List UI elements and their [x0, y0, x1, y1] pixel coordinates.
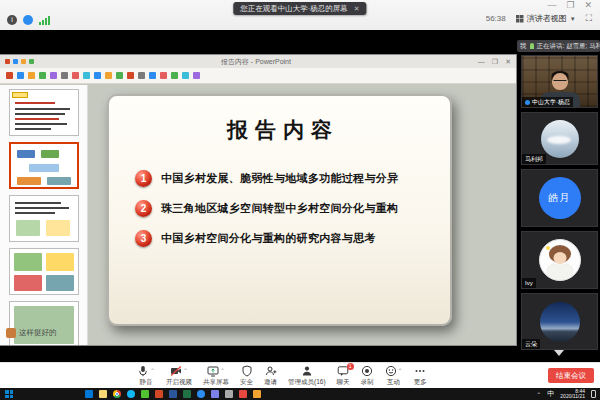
participant-tile[interactable]: Ivy [521, 231, 598, 289]
participant-name-badge: Ivy [522, 278, 536, 288]
ribbon-icon[interactable] [160, 72, 167, 79]
invite-button[interactable]: 邀请 [264, 365, 277, 387]
signal-bars-icon [39, 16, 50, 25]
ribbon-icon[interactable] [61, 72, 68, 79]
taskbar-browser-icon[interactable] [113, 390, 121, 398]
slide-title: 报告内容 [109, 116, 450, 144]
view-mode-button[interactable]: 演讲者视图 ▼ [516, 13, 576, 24]
taskbar-app-icon[interactable] [85, 390, 93, 398]
ribbon-icon[interactable] [105, 72, 112, 79]
chat-button[interactable]: 1 聊天 [337, 365, 350, 387]
minimize-icon[interactable]: — [547, 0, 556, 10]
action-center-icon[interactable] [591, 390, 596, 398]
close-banner-icon[interactable]: ✕ [354, 5, 360, 13]
more-button[interactable]: 更多 [414, 365, 427, 387]
invite-icon [265, 365, 277, 377]
ribbon-icon[interactable] [193, 72, 200, 79]
security-button[interactable]: 安全 [240, 365, 253, 387]
participant-name-badge: 马利邦 [522, 154, 546, 164]
ribbon-icon[interactable] [182, 72, 189, 79]
screen-share-banner: 您正在观看中山大学·杨忍的屏幕 ✕ [233, 2, 366, 15]
chevron-up-icon[interactable]: ⌃ [183, 368, 188, 374]
ppt-window-title: 报告内容 - PowerPoint [34, 57, 478, 67]
participant-name-badge: 云朵 [522, 339, 540, 349]
taskbar-clock[interactable]: 8:44 2020/11/21 [560, 389, 585, 400]
slide-thumbnail[interactable] [9, 195, 79, 242]
taskbar-app-icon[interactable] [197, 390, 205, 398]
participant-tile[interactable]: 云朵 [521, 293, 598, 350]
mute-button[interactable]: ⌃ 静音 [137, 365, 155, 387]
ribbon-icon[interactable] [116, 72, 123, 79]
taskbar-app-icon[interactable] [183, 390, 191, 398]
taskbar-app-icon[interactable] [155, 390, 163, 398]
start-video-button[interactable]: ⌃ 开启视频 [166, 365, 192, 387]
participant-video-main[interactable]: 中山大学·杨忍 [521, 55, 598, 108]
end-meeting-button[interactable]: 结束会议 [548, 368, 594, 383]
ppt-minimize-icon[interactable]: — [478, 58, 485, 66]
taskbar-app-icon[interactable] [211, 390, 219, 398]
participant-name: 马利邦 [525, 155, 543, 163]
meeting-toolbar: ⌃ 静音 ⌃ 开启视频 ⌃ 共享屏幕 安全 邀请 管理成员(16) [0, 362, 600, 388]
slide-item: 2 珠三角地区城乡空间转型中乡村空间分化与重构 [135, 200, 438, 217]
chevron-up-icon[interactable]: ⌃ [398, 368, 403, 374]
save-icon[interactable] [13, 59, 18, 64]
slide-editing-area: 报告内容 1 中国乡村发展、脆弱性与地域多功能过程与分异 2 珠三角地区城乡空间… [88, 85, 516, 345]
ribbon-icon[interactable] [72, 72, 79, 79]
taskbar-app-icon[interactable] [127, 390, 135, 398]
mic-icon [137, 365, 149, 377]
chevron-up-icon[interactable]: ⌃ [150, 368, 155, 374]
ribbon-icon[interactable] [39, 72, 46, 79]
manage-members-button[interactable]: 管理成员(16) [288, 365, 326, 387]
ime-indicator[interactable]: 中 [547, 389, 554, 399]
camera-off-icon [170, 365, 182, 377]
ribbon-icon[interactable] [28, 72, 35, 79]
slide-item-text: 中国乡村空间分化与重构的研究内容与思考 [161, 231, 376, 246]
taskbar-app-icon[interactable] [169, 390, 177, 398]
ribbon-icon[interactable] [83, 72, 90, 79]
start-button[interactable] [5, 390, 13, 398]
slide-item-list: 1 中国乡村发展、脆弱性与地域多功能过程与分异 2 珠三角地区城乡空间转型中乡村… [135, 170, 438, 260]
close-icon[interactable]: ✕ [584, 0, 592, 10]
slide-thumbnail[interactable] [9, 301, 79, 345]
avatar [540, 302, 580, 342]
ribbon-icon[interactable] [17, 72, 24, 79]
taskbar-folder-icon[interactable] [99, 390, 107, 398]
chevron-up-icon[interactable]: ⌃ [220, 368, 225, 374]
taskbar-app-icon[interactable] [141, 390, 149, 398]
numbered-sphere-bullet: 1 [135, 170, 152, 187]
status-indicators: i [7, 15, 50, 25]
ppt-maximize-icon[interactable]: ❐ [492, 58, 498, 66]
maximize-icon[interactable]: ❐ [566, 0, 574, 10]
slide-thumbnail-selected[interactable] [9, 142, 79, 189]
window-controls: — ❐ ✕ [547, 0, 592, 10]
ribbon-icon[interactable] [50, 72, 57, 79]
ribbon-icon[interactable] [6, 72, 13, 79]
ppt-close-icon[interactable]: ✕ [505, 58, 511, 66]
undo-icon[interactable] [21, 59, 26, 64]
connection-icon[interactable] [23, 15, 33, 25]
ribbon-icon[interactable] [138, 72, 145, 79]
ribbon-icon[interactable] [171, 72, 178, 79]
taskbar-app-icon[interactable] [225, 390, 233, 398]
ribbon-icon[interactable] [127, 72, 134, 79]
chat-message-popup[interactable]: 这样挺好的 [6, 328, 57, 338]
quick-access-toolbar [5, 59, 34, 64]
tray-expand-icon[interactable]: ⌃ [536, 391, 541, 398]
fullscreen-icon[interactable]: ⛶ [586, 13, 592, 24]
more-icon [414, 365, 426, 377]
reactions-button[interactable]: ⌃ 互动 [385, 365, 403, 387]
record-button[interactable]: 录制 [361, 365, 374, 387]
taskbar-app-icon[interactable] [239, 390, 247, 398]
ribbon-icon[interactable] [94, 72, 101, 79]
ppt-window-controls: — ❐ ✕ [478, 58, 511, 66]
taskbar-app-icon[interactable] [253, 390, 261, 398]
slide-item: 1 中国乡村发展、脆弱性与地域多功能过程与分异 [135, 170, 438, 187]
share-screen-button[interactable]: ⌃ 共享屏幕 [203, 365, 229, 387]
scroll-more-participants-icon[interactable] [554, 350, 564, 356]
slide-thumbnail[interactable] [9, 89, 79, 136]
ribbon-icon[interactable] [149, 72, 156, 79]
participant-tile[interactable]: 马利邦 [521, 112, 598, 165]
slide-thumbnail[interactable] [9, 248, 79, 295]
info-icon[interactable]: i [7, 15, 17, 25]
participant-tile[interactable]: 皓月 [521, 169, 598, 227]
